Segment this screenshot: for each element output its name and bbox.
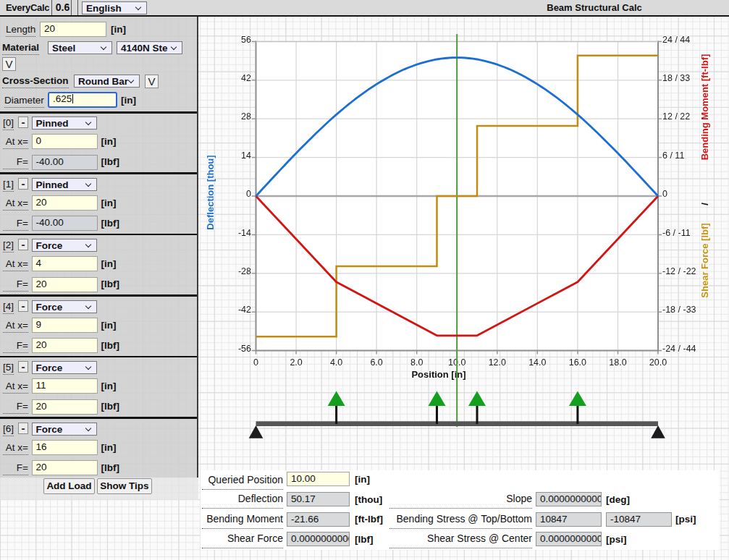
svg-text:4.0: 4.0 bbox=[330, 357, 342, 368]
svg-text:Shear Force [lbf]: Shear Force [lbf] bbox=[699, 223, 710, 297]
svg-text:0: 0 bbox=[253, 357, 258, 368]
svg-text:-28: -28 bbox=[238, 266, 251, 276]
svg-text:18.0: 18.0 bbox=[609, 357, 626, 368]
svg-text:-18 / -33: -18 / -33 bbox=[662, 305, 696, 315]
svg-text:56: 56 bbox=[241, 35, 251, 45]
svg-text:Bending Moment [ft-lbf]: Bending Moment [ft-lbf] bbox=[699, 54, 710, 161]
svg-text:-56: -56 bbox=[238, 344, 251, 354]
svg-text:2.0: 2.0 bbox=[290, 357, 302, 368]
svg-text:28: 28 bbox=[241, 111, 251, 122]
svg-text:24 / 44: 24 / 44 bbox=[662, 35, 690, 45]
svg-text:0: 0 bbox=[662, 189, 667, 199]
svg-text:Position [in]: Position [in] bbox=[411, 369, 465, 380]
svg-text:-12 / -22: -12 / -22 bbox=[662, 266, 696, 276]
svg-text:14: 14 bbox=[241, 150, 251, 161]
svg-text:6 / 11: 6 / 11 bbox=[662, 150, 684, 161]
svg-text:0: 0 bbox=[246, 189, 251, 199]
svg-text:-6 / -11: -6 / -11 bbox=[662, 228, 691, 238]
svg-text:20.0: 20.0 bbox=[649, 357, 667, 368]
svg-text:12.0: 12.0 bbox=[489, 357, 506, 368]
svg-text:16.0: 16.0 bbox=[569, 357, 586, 368]
svg-text:42: 42 bbox=[241, 73, 251, 83]
svg-text:-24 / -44: -24 / -44 bbox=[662, 344, 696, 354]
svg-text:8.0: 8.0 bbox=[410, 357, 423, 368]
svg-text:/: / bbox=[699, 203, 710, 205]
svg-text:14.0: 14.0 bbox=[528, 357, 546, 368]
svg-text:18 / 33: 18 / 33 bbox=[662, 73, 690, 83]
svg-text:-42: -42 bbox=[238, 305, 251, 315]
svg-text:12 / 22: 12 / 22 bbox=[662, 111, 690, 122]
svg-text:Deflection [thou]: Deflection [thou] bbox=[205, 155, 216, 229]
svg-text:-14: -14 bbox=[238, 228, 251, 238]
svg-text:6.0: 6.0 bbox=[370, 357, 382, 368]
